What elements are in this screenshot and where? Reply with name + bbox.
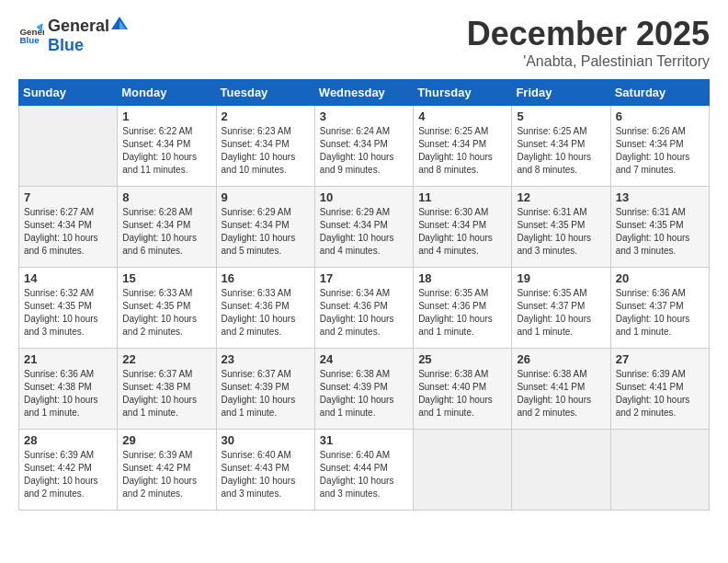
day-number: 3 (320, 109, 408, 123)
svg-text:Blue: Blue (19, 35, 40, 45)
day-number: 27 (616, 352, 704, 366)
day-cell: 25Sunrise: 6:38 AMSunset: 4:40 PMDayligh… (414, 349, 512, 430)
day-cell: 26Sunrise: 6:38 AMSunset: 4:41 PMDayligh… (512, 349, 610, 430)
day-info: Sunrise: 6:22 AMSunset: 4:34 PMDaylight:… (122, 125, 210, 177)
day-info: Sunrise: 6:29 AMSunset: 4:34 PMDaylight:… (222, 206, 310, 258)
header-row: SundayMondayTuesdayWednesdayThursdayFrid… (19, 80, 710, 106)
week-row-1: 7Sunrise: 6:27 AMSunset: 4:34 PMDaylight… (19, 187, 710, 268)
day-cell: 24Sunrise: 6:38 AMSunset: 4:39 PMDayligh… (314, 349, 413, 430)
calendar-table: SundayMondayTuesdayWednesdayThursdayFrid… (18, 79, 710, 511)
day-cell: 11Sunrise: 6:30 AMSunset: 4:34 PMDayligh… (414, 187, 512, 268)
day-cell: 22Sunrise: 6:37 AMSunset: 4:38 PMDayligh… (118, 349, 216, 430)
day-info: Sunrise: 6:24 AMSunset: 4:34 PMDaylight:… (320, 125, 408, 177)
day-cell: 10Sunrise: 6:29 AMSunset: 4:34 PMDayligh… (314, 187, 413, 268)
day-cell: 4Sunrise: 6:25 AMSunset: 4:34 PMDaylight… (414, 106, 512, 187)
header-day-saturday: Saturday (610, 80, 709, 106)
day-number: 28 (24, 433, 112, 447)
day-cell: 16Sunrise: 6:33 AMSunset: 4:36 PMDayligh… (216, 268, 314, 349)
day-info: Sunrise: 6:31 AMSunset: 4:35 PMDaylight:… (616, 206, 704, 258)
logo-blue-text: Blue (48, 36, 84, 54)
day-number: 6 (616, 109, 704, 123)
location-title: 'Anabta, Palestinian Territory (467, 53, 710, 70)
week-row-2: 14Sunrise: 6:32 AMSunset: 4:35 PMDayligh… (19, 268, 710, 349)
day-number: 22 (122, 352, 210, 366)
day-cell: 31Sunrise: 6:40 AMSunset: 4:44 PMDayligh… (314, 430, 413, 511)
day-cell: 9Sunrise: 6:29 AMSunset: 4:34 PMDaylight… (216, 187, 314, 268)
day-info: Sunrise: 6:23 AMSunset: 4:34 PMDaylight:… (222, 125, 310, 177)
logo-general-text: General (48, 17, 109, 36)
day-number: 21 (24, 352, 112, 366)
day-cell: 15Sunrise: 6:33 AMSunset: 4:35 PMDayligh… (118, 268, 216, 349)
day-number: 7 (24, 190, 112, 204)
day-cell: 14Sunrise: 6:32 AMSunset: 4:35 PMDayligh… (19, 268, 118, 349)
day-cell: 20Sunrise: 6:36 AMSunset: 4:37 PMDayligh… (610, 268, 709, 349)
title-area: December 2025 'Anabta, Palestinian Terri… (467, 15, 710, 70)
day-info: Sunrise: 6:31 AMSunset: 4:35 PMDaylight:… (517, 206, 605, 258)
day-info: Sunrise: 6:29 AMSunset: 4:34 PMDaylight:… (320, 206, 408, 258)
day-info: Sunrise: 6:40 AMSunset: 4:43 PMDaylight:… (222, 449, 310, 500)
day-number: 31 (320, 433, 408, 447)
day-info: Sunrise: 6:36 AMSunset: 4:37 PMDaylight:… (616, 287, 704, 339)
day-cell: 3Sunrise: 6:24 AMSunset: 4:34 PMDaylight… (314, 106, 413, 187)
day-cell: 30Sunrise: 6:40 AMSunset: 4:43 PMDayligh… (216, 430, 314, 511)
day-number: 19 (517, 271, 605, 285)
day-info: Sunrise: 6:37 AMSunset: 4:38 PMDaylight:… (122, 368, 210, 419)
week-row-0: 1Sunrise: 6:22 AMSunset: 4:34 PMDaylight… (19, 106, 710, 187)
header: General Blue General Blue December 2025 … (18, 15, 710, 70)
day-number: 12 (517, 190, 605, 204)
day-number: 17 (320, 271, 408, 285)
logo-icon: General Blue (18, 22, 44, 48)
day-cell: 23Sunrise: 6:37 AMSunset: 4:39 PMDayligh… (216, 349, 314, 430)
day-cell: 7Sunrise: 6:27 AMSunset: 4:34 PMDaylight… (19, 187, 118, 268)
day-info: Sunrise: 6:26 AMSunset: 4:34 PMDaylight:… (616, 125, 704, 177)
header-day-wednesday: Wednesday (314, 80, 413, 106)
day-info: Sunrise: 6:35 AMSunset: 4:37 PMDaylight:… (517, 287, 605, 339)
week-row-3: 21Sunrise: 6:36 AMSunset: 4:38 PMDayligh… (19, 349, 710, 430)
day-info: Sunrise: 6:38 AMSunset: 4:40 PMDaylight:… (418, 368, 506, 419)
logo-triangle-icon (111, 15, 128, 31)
day-number: 11 (418, 190, 506, 204)
day-info: Sunrise: 6:30 AMSunset: 4:34 PMDaylight:… (418, 206, 506, 258)
day-cell: 13Sunrise: 6:31 AMSunset: 4:35 PMDayligh… (610, 187, 709, 268)
day-number: 29 (122, 433, 210, 447)
day-number: 8 (122, 190, 210, 204)
day-cell: 6Sunrise: 6:26 AMSunset: 4:34 PMDaylight… (610, 106, 709, 187)
header-day-sunday: Sunday (19, 80, 118, 106)
day-info: Sunrise: 6:36 AMSunset: 4:38 PMDaylight:… (24, 368, 112, 419)
day-cell (610, 430, 709, 511)
day-cell (512, 430, 610, 511)
day-cell: 17Sunrise: 6:34 AMSunset: 4:36 PMDayligh… (314, 268, 413, 349)
day-cell: 1Sunrise: 6:22 AMSunset: 4:34 PMDaylight… (118, 106, 216, 187)
day-cell: 12Sunrise: 6:31 AMSunset: 4:35 PMDayligh… (512, 187, 610, 268)
day-info: Sunrise: 6:38 AMSunset: 4:41 PMDaylight:… (517, 368, 605, 419)
month-title: December 2025 (467, 15, 710, 53)
day-cell: 28Sunrise: 6:39 AMSunset: 4:42 PMDayligh… (19, 430, 118, 511)
day-number: 25 (418, 352, 506, 366)
header-day-monday: Monday (118, 80, 216, 106)
day-info: Sunrise: 6:33 AMSunset: 4:36 PMDaylight:… (222, 287, 310, 339)
day-info: Sunrise: 6:38 AMSunset: 4:39 PMDaylight:… (320, 368, 408, 419)
day-number: 13 (616, 190, 704, 204)
day-info: Sunrise: 6:39 AMSunset: 4:42 PMDaylight:… (122, 449, 210, 500)
day-cell: 27Sunrise: 6:39 AMSunset: 4:41 PMDayligh… (610, 349, 709, 430)
day-number: 16 (222, 271, 310, 285)
day-cell: 18Sunrise: 6:35 AMSunset: 4:36 PMDayligh… (414, 268, 512, 349)
day-number: 18 (418, 271, 506, 285)
day-number: 24 (320, 352, 408, 366)
day-number: 1 (122, 109, 210, 123)
day-number: 20 (616, 271, 704, 285)
day-cell: 8Sunrise: 6:28 AMSunset: 4:34 PMDaylight… (118, 187, 216, 268)
day-number: 5 (517, 109, 605, 123)
day-number: 15 (122, 271, 210, 285)
day-cell (19, 106, 118, 187)
day-info: Sunrise: 6:37 AMSunset: 4:39 PMDaylight:… (222, 368, 310, 419)
header-day-tuesday: Tuesday (216, 80, 314, 106)
day-info: Sunrise: 6:25 AMSunset: 4:34 PMDaylight:… (418, 125, 506, 177)
day-number: 14 (24, 271, 112, 285)
day-cell: 2Sunrise: 6:23 AMSunset: 4:34 PMDaylight… (216, 106, 314, 187)
day-cell: 21Sunrise: 6:36 AMSunset: 4:38 PMDayligh… (19, 349, 118, 430)
day-info: Sunrise: 6:27 AMSunset: 4:34 PMDaylight:… (24, 206, 112, 258)
day-info: Sunrise: 6:34 AMSunset: 4:36 PMDaylight:… (320, 287, 408, 339)
day-number: 30 (222, 433, 310, 447)
day-info: Sunrise: 6:28 AMSunset: 4:34 PMDaylight:… (122, 206, 210, 258)
